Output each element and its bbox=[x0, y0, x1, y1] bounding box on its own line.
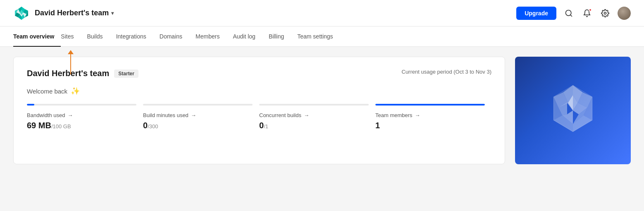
search-icon bbox=[565, 9, 573, 17]
nav-item-audit-log[interactable]: Audit log bbox=[226, 26, 262, 46]
netlify-logo-large bbox=[544, 82, 602, 139]
stat-item: Build minutes used → 0/300 bbox=[143, 104, 259, 130]
stat-arrow-icon: → bbox=[191, 112, 196, 118]
team-card: David Herbert's team Starter Current usa… bbox=[13, 57, 505, 164]
header-right: Upgrade bbox=[516, 7, 631, 20]
search-button[interactable] bbox=[563, 7, 575, 19]
nav-item-team-overview[interactable]: Team overview bbox=[13, 26, 61, 46]
stat-value: 0/300 bbox=[143, 121, 253, 130]
stat-label: Team members bbox=[375, 112, 413, 118]
notifications-button[interactable] bbox=[581, 7, 593, 19]
usage-period: Current usage period (Oct 3 to Nov 3) bbox=[402, 69, 492, 75]
sites-nav-container: Sites bbox=[61, 33, 80, 40]
nav-item-sites[interactable]: Sites bbox=[61, 26, 80, 46]
card-title: David Herbert's team bbox=[27, 69, 109, 78]
starter-badge: Starter bbox=[114, 70, 138, 78]
stat-unit: /100 GB bbox=[51, 123, 71, 129]
side-banner bbox=[515, 57, 631, 164]
welcome-back: Welcome back ✨ bbox=[27, 86, 491, 96]
user-avatar[interactable] bbox=[618, 7, 631, 20]
stat-arrow-icon: → bbox=[304, 112, 309, 118]
card-header: David Herbert's team Starter Current usa… bbox=[27, 69, 491, 78]
stat-label: Build minutes used bbox=[143, 112, 188, 118]
stats-grid: Bandwidth used → 69 MB/100 GB Build minu… bbox=[27, 104, 491, 130]
stat-arrow-icon: → bbox=[415, 112, 420, 118]
stat-progress-bar bbox=[259, 104, 369, 106]
chevron-down-icon: ▾ bbox=[111, 10, 114, 16]
upgrade-button[interactable]: Upgrade bbox=[516, 7, 556, 20]
stat-item: Concurrent builds → 0/1 bbox=[259, 104, 375, 130]
sparkle-icon: ✨ bbox=[71, 86, 80, 96]
stat-progress-fill bbox=[375, 104, 485, 106]
stat-unit: /1 bbox=[264, 123, 268, 129]
nav-item-domains[interactable]: Domains bbox=[153, 26, 189, 46]
svg-point-13 bbox=[604, 12, 606, 14]
main-content: David Herbert's team Starter Current usa… bbox=[0, 47, 644, 174]
stat-progress-bar bbox=[375, 104, 485, 106]
stat-item: Team members → 1 bbox=[375, 104, 491, 130]
header: David Herbert's team ▾ Upgrade bbox=[0, 0, 644, 26]
stat-label-row: Build minutes used → bbox=[143, 112, 253, 118]
card-title-row: David Herbert's team Starter bbox=[27, 69, 138, 78]
stat-progress-bar bbox=[27, 104, 136, 106]
stat-label-row: Bandwidth used → bbox=[27, 112, 136, 118]
stat-progress-fill bbox=[27, 104, 34, 106]
avatar-image bbox=[618, 7, 631, 20]
nav-item-team-settings[interactable]: Team settings bbox=[291, 26, 339, 46]
notification-badge bbox=[589, 8, 592, 12]
svg-line-12 bbox=[570, 14, 572, 16]
netlify-logo-icon[interactable] bbox=[13, 5, 30, 22]
nav-item-members[interactable]: Members bbox=[189, 26, 226, 46]
team-name-dropdown[interactable]: David Herbert's team ▾ bbox=[35, 9, 114, 17]
stat-arrow-icon: → bbox=[68, 112, 73, 118]
nav-item-integrations[interactable]: Integrations bbox=[110, 26, 153, 46]
stat-label-row: Team members → bbox=[375, 112, 485, 118]
stat-value: 0/1 bbox=[259, 121, 369, 130]
stat-value: 69 MB/100 GB bbox=[27, 121, 136, 130]
nav-item-billing[interactable]: Billing bbox=[262, 26, 291, 46]
navigation: Team overview Sites Builds Integrations … bbox=[0, 26, 644, 47]
team-name-text: David Herbert's team bbox=[35, 9, 109, 17]
stat-label-row: Concurrent builds → bbox=[259, 112, 369, 118]
welcome-text: Welcome back bbox=[27, 88, 67, 95]
stat-item: Bandwidth used → 69 MB/100 GB bbox=[27, 104, 143, 130]
stat-label: Concurrent builds bbox=[259, 112, 301, 118]
gear-icon bbox=[601, 9, 609, 17]
stat-progress-bar bbox=[143, 104, 253, 106]
header-left: David Herbert's team ▾ bbox=[13, 5, 114, 22]
settings-button[interactable] bbox=[599, 7, 611, 19]
stat-value: 1 bbox=[375, 121, 485, 130]
nav-item-builds[interactable]: Builds bbox=[80, 26, 109, 46]
stat-label: Bandwidth used bbox=[27, 112, 65, 118]
stat-unit: /300 bbox=[148, 123, 158, 129]
